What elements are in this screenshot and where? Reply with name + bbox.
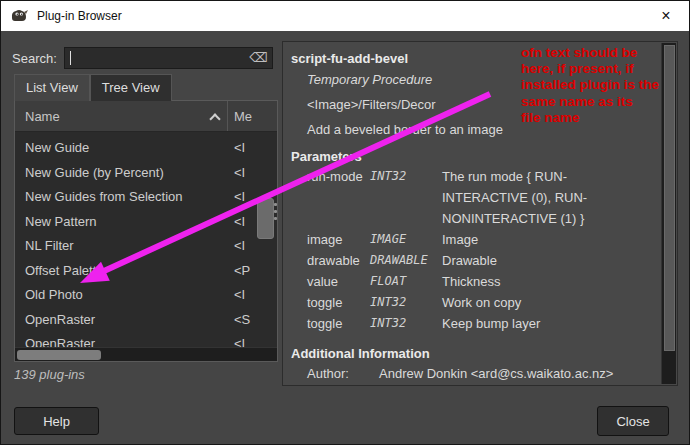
window-title: Plug-in Browser: [37, 9, 122, 23]
help-button[interactable]: Help: [14, 407, 99, 435]
plugin-menu-path: <I: [234, 210, 245, 235]
list-item[interactable]: New Guides from Selection<I: [15, 185, 277, 210]
annotation-line: installed plugin is the: [521, 77, 659, 93]
param-description: The run mode { RUN-INTERACTIVE (0), RUN-…: [442, 166, 617, 229]
param-name: image: [307, 229, 370, 250]
list-vertical-scrollbar-thumb[interactable]: [257, 198, 274, 239]
param-name: value: [307, 271, 370, 292]
plugin-menu-path: <I: [234, 161, 245, 186]
param-description: Keep bump layer: [442, 313, 617, 334]
window-close-button[interactable]: ×: [643, 1, 689, 31]
close-button[interactable]: Close: [597, 406, 669, 436]
horizontal-scrollbar-thumb[interactable]: [17, 350, 101, 360]
param-name: run-mode: [307, 166, 370, 229]
column-header-name[interactable]: Name: [15, 101, 228, 131]
gimp-wilber-icon: [10, 8, 30, 24]
tab-list-view[interactable]: List View: [14, 74, 90, 101]
column-header-menu[interactable]: Me: [228, 109, 277, 124]
plugin-name: NL Filter: [15, 238, 74, 253]
list-item[interactable]: New Guide<I: [15, 136, 277, 161]
info-value: Andrew Donkin <ard@cs.waikato.ac.nz>: [379, 363, 643, 384]
param-description: Work on copy: [442, 292, 617, 313]
annotation-line: same name as its: [521, 94, 659, 110]
plugin-name: New Guide: [15, 140, 89, 155]
param-name: toggle: [307, 292, 370, 313]
sort-ascending-icon: [209, 113, 220, 124]
plugin-menu-path: <I: [234, 136, 245, 161]
plugin-browser-window: Plug-in Browser × Search: ⌫ List ViewTre…: [0, 0, 690, 445]
list-horizontal-scrollbar[interactable]: [15, 347, 277, 361]
view-tabs: List ViewTree View: [14, 74, 172, 101]
plugin-menu-path: <I: [234, 185, 245, 210]
text-caret: [70, 51, 71, 65]
tab-tree-view[interactable]: Tree View: [90, 74, 172, 101]
list-item[interactable]: Old Photo<I: [15, 283, 277, 308]
param-type: FLOAT: [370, 271, 442, 292]
parameters-heading: Parameters: [291, 149, 643, 164]
param-type: DRAWABLE: [370, 250, 442, 271]
info-value: 1997/11/06: [379, 384, 643, 386]
additional-info-heading: Additional Information: [291, 346, 643, 361]
plugin-menu-path: <I: [234, 283, 245, 308]
list-item[interactable]: Offset Palette<P: [15, 259, 277, 284]
plugin-menu-path: <P: [234, 259, 250, 284]
info-label: Date:: [307, 384, 379, 386]
plugin-name: New Pattern: [15, 214, 97, 229]
plugin-name: Old Photo: [15, 287, 83, 302]
search-row: Search: ⌫: [12, 47, 273, 69]
list-item[interactable]: OpenRaster<S: [15, 308, 277, 333]
param-description: Image: [442, 229, 617, 250]
plugin-name: Offset Palette: [15, 263, 104, 278]
info-label: Author:: [307, 363, 379, 384]
param-type: INT32: [370, 292, 442, 313]
plugin-menu-path: <S: [234, 308, 250, 333]
plugin-rows: New Guide<INew Guide (by Percent)<INew G…: [15, 132, 277, 357]
search-label: Search:: [12, 51, 57, 66]
search-input[interactable]: [65, 48, 272, 68]
column-menu-label: Me: [234, 109, 252, 124]
param-type: INT32: [370, 313, 442, 334]
close-icon: ×: [661, 7, 670, 25]
list-item[interactable]: New Guide (by Percent)<I: [15, 161, 277, 186]
list-item[interactable]: New Pattern<I: [15, 210, 277, 235]
parameters-table: run-modeINT32The run mode { RUN-INTERACT…: [307, 166, 643, 334]
annotation-line: here, if present, if: [521, 61, 659, 77]
pane-splitter-handle[interactable]: [274, 203, 278, 220]
list-header: Name Me: [15, 101, 277, 132]
column-name-label: Name: [25, 109, 60, 124]
details-vertical-scrollbar[interactable]: [661, 43, 676, 384]
param-description: Thickness: [442, 271, 617, 292]
annotation-line: ofn text should be: [521, 45, 659, 61]
details-scrollbar-thumb[interactable]: [664, 45, 675, 351]
clear-search-icon[interactable]: ⌫: [250, 50, 268, 65]
list-item[interactable]: NL Filter<I: [15, 234, 277, 259]
param-name: toggle: [307, 313, 370, 334]
titlebar: Plug-in Browser ×: [1, 1, 689, 31]
plugin-menu-path: <I: [234, 234, 245, 259]
plugin-list: Name Me New Guide<INew Guide (by Percent…: [14, 100, 278, 362]
search-input-wrap: ⌫: [64, 47, 273, 69]
param-description: Drawable: [442, 250, 617, 271]
plugin-name: New Guide (by Percent): [15, 165, 164, 180]
additional-info-table: Author:Andrew Donkin <ard@cs.waikato.ac.…: [307, 363, 643, 386]
annotation-note: ofn text should behere, if present, ifin…: [521, 45, 659, 126]
plugin-count-status: 139 plug-ins: [14, 367, 85, 382]
param-type: INT32: [370, 166, 442, 229]
annotation-line: file name: [521, 110, 659, 126]
param-name: drawable: [307, 250, 370, 271]
plugin-name: New Guides from Selection: [15, 189, 183, 204]
param-type: IMAGE: [370, 229, 442, 250]
plugin-name: OpenRaster: [15, 312, 95, 327]
